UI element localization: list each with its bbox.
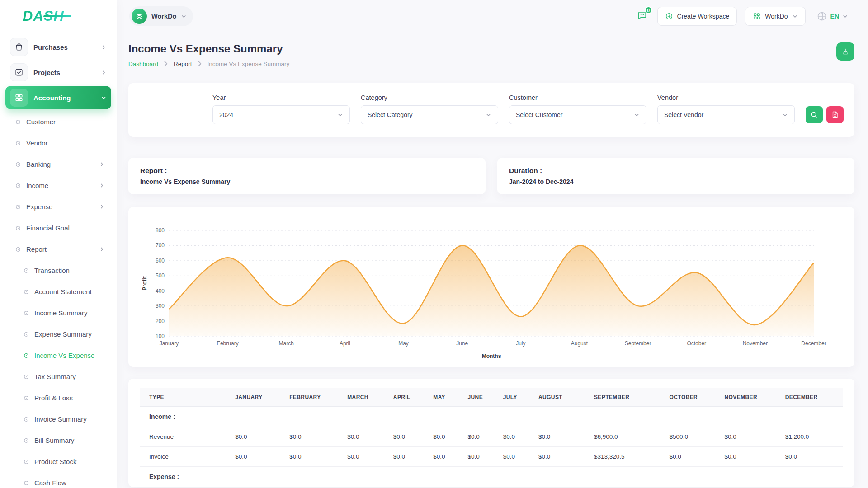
main-content: Income Vs Expense Summary Dashboard Repo…	[117, 33, 868, 488]
create-workspace-label: Create Workspace	[677, 13, 730, 20]
sidebar-item-accounting[interactable]: Accounting	[5, 86, 111, 109]
language-switcher[interactable]: EN	[814, 10, 851, 22]
breadcrumb-report[interactable]: Report	[174, 61, 192, 67]
language-code: EN	[830, 13, 839, 20]
section-label: Income :	[140, 407, 843, 427]
sidebar-item-invoice-summary[interactable]: Invoice Summary	[5, 408, 111, 430]
chevron-down-icon	[101, 95, 107, 101]
layers-icon	[135, 12, 143, 20]
sidebar-item-financial-goal[interactable]: Financial Goal	[5, 217, 111, 239]
year-select[interactable]: 2024	[212, 105, 350, 124]
sidebar-item-label: Expense Summary	[34, 330, 105, 338]
sidebar-item-label: Customer	[26, 118, 105, 126]
sidebar-item-income[interactable]: Income	[5, 175, 111, 196]
row-value: $0.0	[781, 447, 843, 467]
sidebar-item-product-stock[interactable]: Product Stock	[5, 451, 111, 472]
messages-button[interactable]: 0	[635, 9, 649, 24]
sidebar-item-label: Vendor	[26, 139, 105, 147]
sidebar-item-expense-summary[interactable]: Expense Summary	[5, 324, 111, 345]
column-header-may: MAY	[429, 388, 463, 407]
customer-select-value: Select Customer	[516, 111, 562, 118]
chevron-right-icon	[99, 246, 105, 252]
search-button[interactable]	[806, 106, 823, 123]
svg-text:September: September	[625, 340, 651, 347]
sidebar-item-income-vs-expense[interactable]: Income Vs Expense	[5, 345, 111, 366]
bullet-icon	[15, 119, 21, 125]
svg-text:600: 600	[156, 258, 165, 264]
year-label: Year	[212, 94, 350, 101]
sidebar-nav: PurchasesProjectsAccountingCustomerVendo…	[0, 33, 117, 488]
reset-icon	[831, 111, 839, 119]
filter-vendor: Vendor Select Vendor	[657, 94, 795, 124]
sidebar-item-income-summary[interactable]: Income Summary	[5, 302, 111, 324]
topbar: WorkDo 0 Create Workspace WorkDo EN	[117, 0, 868, 33]
page-title: Income Vs Expense Summary	[128, 42, 289, 55]
column-header-april: APRIL	[389, 388, 429, 407]
sidebar-item-banking[interactable]: Banking	[5, 154, 111, 175]
row-value: $0.0	[665, 447, 720, 467]
chevron-down-icon	[486, 112, 491, 118]
workspace-switcher[interactable]: WorkDo	[129, 6, 193, 26]
duration-card-title: Duration :	[509, 167, 843, 175]
download-button[interactable]	[836, 42, 854, 61]
row-value: $0.0	[463, 447, 498, 467]
column-header-august: AUGUST	[534, 388, 590, 407]
sidebar-item-label: Purchases	[33, 43, 95, 51]
sidebar-item-label: Invoice Summary	[34, 415, 105, 423]
sidebar-item-report[interactable]: Report	[5, 239, 111, 260]
table-card: TYPEJANUARYFEBRUARYMARCHAPRILMAYJUNEJULY…	[128, 379, 854, 487]
sidebar-item-bill-summary[interactable]: Bill Summary	[5, 430, 111, 451]
sidebar-item-label: Cash Flow	[34, 479, 105, 487]
workspace-menu-button[interactable]: WorkDo	[745, 7, 805, 26]
bullet-icon	[15, 204, 21, 210]
category-select-value: Select Category	[368, 111, 413, 118]
logo-dash-stroke	[43, 15, 71, 17]
sidebar-item-label: Projects	[33, 69, 95, 76]
category-select[interactable]: Select Category	[361, 105, 498, 124]
customer-select[interactable]: Select Customer	[509, 105, 646, 124]
sidebar-item-projects[interactable]: Projects	[5, 61, 111, 84]
sidebar-item-profit-loss[interactable]: Profit & Loss	[5, 387, 111, 408]
bullet-icon	[15, 162, 21, 167]
row-value: $0.0	[534, 447, 590, 467]
profit-chart: 100200300400500600700800JanuaryFebruaryM…	[140, 216, 843, 361]
category-label: Category	[361, 94, 498, 101]
sidebar-item-label: Expense	[26, 203, 94, 211]
app-logo[interactable]: DASH	[0, 0, 117, 33]
sidebar-item-account-statement[interactable]: Account Statement	[5, 281, 111, 302]
bullet-icon	[24, 417, 29, 422]
duration-card-value: Jan-2024 to Dec-2024	[509, 178, 843, 185]
sidebar-item-tax-summary[interactable]: Tax Summary	[5, 366, 111, 387]
globe-icon	[816, 11, 827, 22]
reset-button[interactable]	[826, 106, 844, 123]
row-value: $0.0	[343, 447, 389, 467]
breadcrumb-dashboard[interactable]: Dashboard	[128, 61, 158, 67]
sidebar-item-label: Income Summary	[34, 309, 105, 317]
sidebar-item-transaction[interactable]: Transaction	[5, 260, 111, 281]
sidebar-item-cash-flow[interactable]: Cash Flow	[5, 472, 111, 488]
svg-text:March: March	[279, 340, 294, 347]
sidebar-item-expense[interactable]: Expense	[5, 196, 111, 217]
chevron-down-icon	[337, 112, 343, 118]
sidebar-item-label: Product Stock	[34, 458, 105, 465]
table-section-income: Income :	[140, 407, 843, 427]
chevron-down-icon	[181, 14, 187, 19]
row-value: $0.0	[429, 427, 463, 447]
bullet-icon	[15, 183, 21, 188]
row-value: $0.0	[463, 427, 498, 447]
svg-text:Months: Months	[482, 353, 501, 359]
sidebar-item-customer[interactable]: Customer	[5, 111, 111, 132]
bullet-icon	[24, 353, 29, 358]
create-workspace-button[interactable]: Create Workspace	[657, 7, 737, 26]
sidebar-item-purchases[interactable]: Purchases	[5, 35, 111, 59]
vendor-select[interactable]: Select Vendor	[657, 105, 795, 124]
chevron-right-icon	[162, 60, 170, 68]
chart-card: 100200300400500600700800JanuaryFebruaryM…	[128, 207, 854, 367]
section-label: Expense :	[140, 467, 843, 487]
bullet-icon	[24, 459, 29, 465]
sidebar-item-vendor[interactable]: Vendor	[5, 132, 111, 154]
svg-text:500: 500	[156, 272, 165, 279]
sidebar: DASH PurchasesProjectsAccountingCustomer…	[0, 0, 117, 488]
bullet-icon	[24, 438, 29, 443]
chevron-right-icon	[99, 161, 105, 167]
